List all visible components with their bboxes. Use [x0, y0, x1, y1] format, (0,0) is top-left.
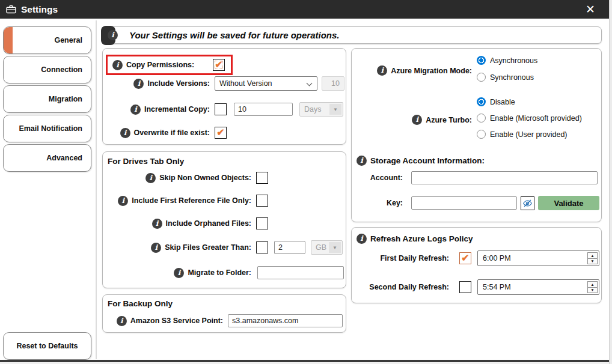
radio-unselected-icon	[477, 130, 486, 139]
include-versions-dropdown[interactable]: Without Version	[215, 76, 317, 91]
s3-service-point-input[interactable]	[228, 314, 343, 327]
tab-label: Advanced	[46, 154, 82, 162]
arrow-down-icon[interactable]: ▼	[588, 287, 597, 293]
migrate-folder-label: Migrate to Folder:	[188, 268, 251, 277]
radio-enable-microsoft[interactable]: Enable (Microsoft provided)	[477, 114, 582, 123]
radio-unselected-icon	[477, 114, 486, 123]
info-icon	[112, 60, 123, 70]
skip-files-label: Skip Files Greater Than:	[165, 243, 251, 252]
include-versions-row: Include Versions: Without Version 10	[103, 76, 346, 91]
tab-label: Connection	[41, 65, 82, 74]
sidebar-divider	[96, 20, 97, 359]
time-spinner: ▲ ▼	[587, 252, 598, 264]
radio-label: Synchronous	[490, 73, 534, 82]
include-first-ref-row: Include First Reference File Only:	[103, 195, 346, 207]
azure-migration-mode-radiogroup: Asynchronous Synchronous	[477, 56, 537, 82]
skip-files-size-input[interactable]	[274, 241, 305, 254]
overwrite-row: Overwrite if file exist:	[103, 127, 346, 139]
eye-slash-icon[interactable]	[521, 196, 534, 210]
storage-account-header: Storage Account Information:	[356, 156, 485, 166]
refresh-policy-title: Refresh Azure Logs Policy	[370, 234, 473, 243]
radio-disable[interactable]: Disable	[477, 97, 582, 106]
radio-label: Asynchronous	[490, 56, 537, 65]
info-icon	[145, 173, 156, 183]
first-daily-refresh-label: First Daily Refresh:	[352, 254, 449, 262]
include-first-ref-checkbox[interactable]	[256, 195, 268, 207]
sidebar-item-email-notification[interactable]: Email Notification	[3, 115, 91, 142]
copy-settings-group: Copy Permissions: Include Versions: With…	[102, 48, 346, 145]
skip-files-checkbox[interactable]	[256, 241, 268, 253]
first-daily-refresh-time[interactable]: 6:00 PM ▲ ▼	[477, 250, 599, 266]
chevron-down-icon	[307, 80, 313, 86]
skip-non-owned-label: Skip Non Owned Objects:	[159, 174, 251, 182]
skip-non-owned-checkbox[interactable]	[256, 172, 268, 184]
copy-permissions-checkbox[interactable]	[213, 59, 225, 71]
briefcase-icon	[6, 5, 16, 14]
azure-group: Azure Migration Mode: Asynchronous Synch…	[351, 48, 602, 222]
backup-group: For Backup Only Amazon S3 Service Point:	[102, 294, 346, 333]
arrow-up-icon[interactable]: ▲	[588, 282, 597, 287]
info-icon	[120, 128, 130, 138]
arrow-down-icon[interactable]: ▼	[588, 258, 597, 264]
info-icon	[356, 156, 367, 166]
second-daily-refresh-checkbox[interactable]	[459, 281, 471, 293]
tab-label: General	[54, 36, 82, 44]
info-icon	[133, 79, 144, 89]
drives-group-title: For Drives Tab Only	[108, 157, 184, 166]
include-first-ref-label: Include First Reference File Only:	[132, 196, 251, 205]
sidebar-item-connection[interactable]: Connection	[3, 56, 91, 83]
radio-asynchronous[interactable]: Asynchronous	[477, 56, 537, 65]
include-orphaned-checkbox[interactable]	[256, 217, 268, 229]
info-icon	[356, 234, 367, 244]
azure-turbo-label: Azure Turbo:	[426, 116, 472, 124]
info-icon	[151, 243, 161, 253]
azure-turbo-radiogroup: Disable Enable (Microsoft provided) Enab…	[477, 97, 582, 139]
radio-label: Enable (User provided)	[490, 130, 568, 139]
migrate-folder-input[interactable]	[257, 266, 344, 279]
refresh-policy-header: Refresh Azure Logs Policy	[356, 234, 473, 244]
close-icon[interactable]: ✕	[581, 1, 599, 17]
banner-text: Your Settings will be saved for future o…	[129, 30, 340, 40]
second-daily-refresh-time[interactable]: 5:54 PM ▲ ▼	[477, 279, 599, 295]
azure-migration-mode-label: Azure Migration Mode:	[391, 67, 472, 75]
info-icon	[118, 196, 128, 206]
s3-service-point-row: Amazon S3 Service Point:	[103, 314, 346, 327]
radio-selected-icon	[477, 56, 486, 65]
migrate-folder-row: Migrate to Folder:	[103, 266, 346, 279]
info-icon	[377, 65, 387, 76]
key-label: Key:	[352, 199, 403, 207]
chevron-down-icon: ▼	[329, 104, 341, 115]
second-daily-refresh-label: Second Daily Refresh:	[352, 283, 449, 291]
time-value: 6:00 PM	[483, 254, 511, 262]
sidebar-item-general[interactable]: General	[3, 26, 91, 54]
incremental-copy-days-input[interactable]	[234, 103, 293, 116]
info-banner: Your Settings will be saved for future o…	[102, 26, 602, 44]
s3-service-point-label: Amazon S3 Service Point:	[130, 317, 223, 325]
arrow-up-icon[interactable]: ▲	[588, 253, 597, 258]
include-versions-label: Include Versions:	[147, 79, 210, 88]
radio-enable-user[interactable]: Enable (User provided)	[477, 130, 582, 139]
incremental-copy-checkbox[interactable]	[215, 103, 227, 115]
account-input[interactable]	[411, 171, 598, 184]
window-right-edge	[609, 0, 612, 364]
refresh-policy-group: Refresh Azure Logs Policy First Daily Re…	[351, 227, 602, 303]
tab-label: Migration	[49, 95, 82, 103]
key-input[interactable]	[411, 196, 517, 210]
sidebar-item-advanced[interactable]: Advanced	[3, 144, 91, 172]
radio-label: Enable (Microsoft provided)	[490, 114, 582, 123]
overwrite-checkbox[interactable]	[215, 127, 227, 139]
tab-label: Email Notification	[19, 124, 82, 133]
radio-synchronous[interactable]: Synchronous	[477, 73, 537, 82]
backup-group-title: For Backup Only	[108, 299, 173, 308]
validate-button[interactable]: Validate	[538, 196, 599, 210]
skip-files-unit-dropdown: GB ▼	[311, 240, 343, 255]
info-icon	[108, 30, 118, 40]
first-daily-refresh-checkbox[interactable]	[459, 252, 471, 264]
key-row: Key: Validate	[352, 199, 601, 207]
account-label: Account:	[352, 174, 403, 182]
reset-to-defaults-button[interactable]: Reset to Defaults	[3, 332, 91, 360]
radio-unselected-icon	[477, 73, 486, 82]
dropdown-value: GB	[316, 243, 326, 252]
info-icon	[130, 105, 141, 115]
sidebar-item-migration[interactable]: Migration	[3, 85, 91, 113]
